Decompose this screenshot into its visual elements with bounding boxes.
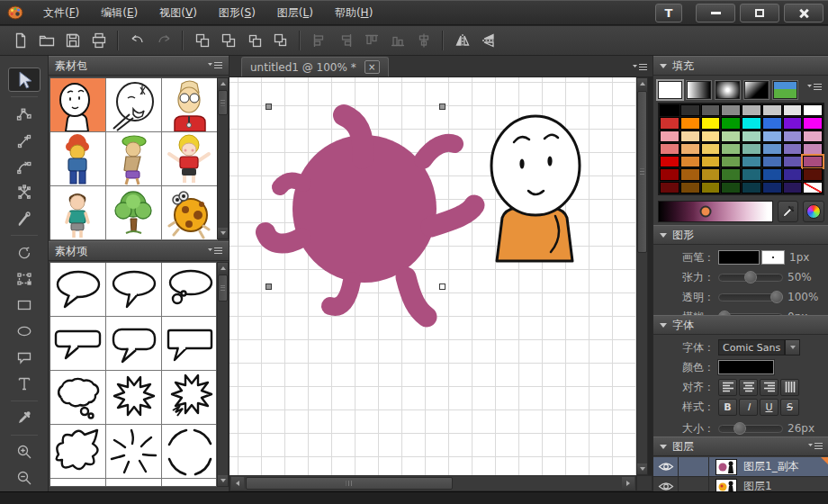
panel-menu-icon[interactable] bbox=[807, 83, 822, 92]
bring-forward-icon[interactable] bbox=[242, 29, 266, 53]
scroll-up-icon[interactable] bbox=[218, 263, 228, 274]
scroll-left-icon[interactable] bbox=[231, 477, 244, 490]
pen-preview-swatch[interactable] bbox=[761, 250, 785, 265]
bubble-shape-rect-bubble-2[interactable] bbox=[106, 317, 162, 371]
color-swatch[interactable] bbox=[660, 182, 680, 194]
color-swatch[interactable] bbox=[762, 156, 782, 167]
materials-scrollbar[interactable] bbox=[217, 77, 229, 239]
align-text-right-icon[interactable] bbox=[760, 379, 778, 396]
bubble-shape-thought-cloud[interactable] bbox=[50, 371, 106, 425]
rectangle-tool[interactable] bbox=[8, 293, 40, 318]
color-swatch[interactable] bbox=[721, 168, 741, 180]
menu-view[interactable]: 视图(V) bbox=[148, 2, 208, 24]
corner-gradient-fill-tab[interactable] bbox=[744, 81, 769, 99]
bubble-shape-oval-bubble-2[interactable] bbox=[106, 263, 162, 317]
bubble-shape-rect-bubble-3[interactable] bbox=[162, 317, 217, 371]
save-icon[interactable] bbox=[60, 29, 85, 53]
slider-thumb[interactable] bbox=[734, 422, 746, 435]
open-folder-icon[interactable] bbox=[34, 29, 58, 53]
color-swatch[interactable] bbox=[762, 117, 782, 129]
color-swatch[interactable] bbox=[783, 182, 803, 194]
color-swatch[interactable] bbox=[783, 117, 803, 129]
bubble-shape-oval-bubble-dots[interactable] bbox=[162, 263, 217, 317]
color-swatch[interactable] bbox=[701, 104, 721, 116]
new-file-icon[interactable] bbox=[8, 29, 32, 53]
font-section-header[interactable]: 字体 bbox=[653, 315, 828, 335]
drawing-canvas[interactable] bbox=[230, 77, 636, 475]
send-to-back-icon[interactable] bbox=[216, 29, 240, 53]
tab-close-button[interactable]: × bbox=[364, 60, 380, 74]
speech-bubble-tool[interactable] bbox=[8, 346, 40, 370]
color-swatch[interactable] bbox=[721, 143, 741, 155]
eyedropper-button[interactable] bbox=[778, 201, 799, 222]
undo-icon[interactable] bbox=[125, 29, 149, 53]
style-strikethrough-button[interactable]: S bbox=[780, 399, 799, 416]
color-swatch[interactable] bbox=[762, 130, 782, 142]
minimize-button[interactable] bbox=[696, 4, 735, 22]
ellipse-tool[interactable] bbox=[8, 320, 40, 344]
linear-gradient-fill-tab[interactable] bbox=[687, 81, 711, 99]
style-toggle-button[interactable]: T bbox=[655, 4, 682, 22]
selection-handle[interactable] bbox=[266, 104, 272, 110]
document-tab[interactable]: untitled1 @ 100% * × bbox=[241, 57, 389, 76]
color-swatch[interactable] bbox=[660, 117, 680, 129]
layers-section-header[interactable]: 图层 bbox=[653, 436, 828, 456]
canvas-horizontal-scrollbar[interactable] bbox=[230, 475, 636, 491]
color-swatch[interactable] bbox=[783, 168, 803, 180]
color-swatch[interactable] bbox=[701, 130, 721, 142]
color-swatch[interactable] bbox=[803, 130, 823, 142]
material-office-man[interactable] bbox=[162, 78, 218, 132]
color-swatch[interactable] bbox=[742, 168, 761, 180]
style-underline-button[interactable]: U bbox=[760, 399, 778, 416]
color-swatch[interactable] bbox=[680, 104, 700, 116]
scroll-up-icon[interactable] bbox=[637, 78, 647, 89]
color-swatch[interactable] bbox=[680, 130, 700, 142]
select-tool[interactable] bbox=[8, 68, 40, 92]
color-swatch[interactable] bbox=[783, 143, 803, 155]
scrollbar-thumb[interactable] bbox=[637, 91, 647, 253]
material-stick-figure[interactable] bbox=[50, 78, 106, 132]
material-tree[interactable] bbox=[106, 186, 162, 240]
color-swatch[interactable] bbox=[762, 104, 782, 116]
color-swatch[interactable] bbox=[721, 130, 741, 142]
panel-menu-icon[interactable] bbox=[208, 61, 222, 70]
maximize-button[interactable] bbox=[740, 4, 779, 22]
color-swatch[interactable] bbox=[783, 156, 803, 167]
scroll-down-icon[interactable] bbox=[218, 228, 228, 238]
panel-menu-icon[interactable] bbox=[808, 442, 823, 451]
color-swatch[interactable] bbox=[701, 117, 721, 129]
color-swatch[interactable] bbox=[721, 117, 741, 129]
color-swatch[interactable] bbox=[742, 104, 761, 116]
color-swatch[interactable] bbox=[660, 143, 680, 155]
panel-menu-icon[interactable] bbox=[633, 63, 647, 72]
scroll-down-icon[interactable] bbox=[637, 464, 647, 474]
close-button[interactable] bbox=[784, 4, 824, 22]
scrollbar-thumb[interactable] bbox=[246, 477, 453, 490]
color-swatch[interactable] bbox=[803, 156, 823, 167]
color-swatch[interactable] bbox=[803, 168, 823, 180]
color-swatch[interactable] bbox=[660, 168, 680, 180]
selection-handle[interactable] bbox=[266, 284, 272, 290]
bubble-shape-spike-thin[interactable] bbox=[106, 479, 162, 487]
color-swatch[interactable] bbox=[701, 168, 721, 180]
pen-color-swatch[interactable] bbox=[718, 250, 760, 265]
gradient-handle[interactable] bbox=[699, 206, 711, 218]
align-text-vertical-icon[interactable] bbox=[780, 379, 799, 396]
bubble-shape-starburst[interactable] bbox=[106, 371, 162, 425]
selection-handle[interactable] bbox=[439, 284, 446, 290]
style-italic-button[interactable]: I bbox=[739, 399, 758, 416]
color-swatch[interactable] bbox=[742, 117, 761, 129]
radial-gradient-fill-tab[interactable] bbox=[716, 81, 740, 99]
text-tool[interactable] bbox=[8, 372, 40, 396]
fill-section-header[interactable]: 填充 bbox=[653, 56, 828, 76]
color-swatch[interactable] bbox=[721, 156, 741, 167]
send-backward-icon[interactable] bbox=[268, 29, 292, 53]
bubble-shape-circle-arc[interactable] bbox=[162, 479, 217, 487]
scrollbar-thumb[interactable] bbox=[218, 90, 228, 115]
material-green-hat-kid[interactable] bbox=[106, 132, 162, 186]
panel-menu-icon[interactable] bbox=[208, 247, 222, 256]
material-rage-face[interactable] bbox=[106, 78, 162, 132]
color-swatch[interactable] bbox=[660, 130, 680, 142]
canvas-vertical-scrollbar[interactable] bbox=[636, 77, 648, 475]
material-green-shirt-boy[interactable] bbox=[50, 186, 106, 240]
